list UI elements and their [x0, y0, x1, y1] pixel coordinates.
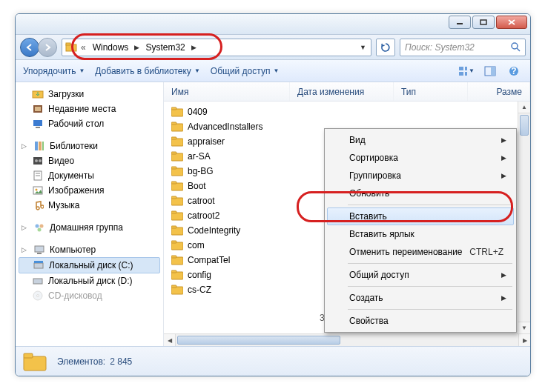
preview-pane-button[interactable]	[481, 64, 499, 79]
help-button[interactable]: ?	[505, 64, 523, 79]
sidebar-desktop[interactable]: Рабочий стол	[19, 116, 160, 131]
nav-bar: « Windows ▶ System32 ▶ ▼ Поиск: System32	[16, 35, 530, 60]
context-separator	[348, 286, 512, 287]
change-view-button[interactable]: ▼	[458, 64, 475, 79]
svg-line-7	[517, 48, 520, 51]
svg-rect-36	[37, 253, 42, 254]
column-headers: Имя Дата изменения Тип Разме	[164, 82, 530, 102]
scrollbar-thumb[interactable]	[177, 336, 340, 345]
chevron-right-icon[interactable]: ▶	[190, 44, 198, 51]
file-name: ar-SA	[188, 151, 211, 162]
breadcrumb-item[interactable]: System32	[142, 41, 188, 54]
folder-icon	[171, 285, 183, 295]
file-name: catroot	[188, 196, 215, 206]
search-icon	[511, 42, 521, 52]
context-view[interactable]: Вид▶	[327, 131, 514, 149]
context-new[interactable]: Создать▶	[327, 289, 514, 307]
column-name[interactable]: Имя	[164, 82, 290, 101]
column-date[interactable]: Дата изменения	[290, 82, 394, 101]
breadcrumb-item[interactable]: Windows	[90, 41, 132, 54]
close-button[interactable]	[496, 16, 527, 29]
nav-back-button[interactable]	[20, 38, 39, 57]
svg-rect-22	[39, 142, 42, 150]
status-bar: Элементов: 2 845	[16, 346, 530, 376]
scroll-left-icon[interactable]: ◀	[164, 334, 176, 346]
svg-rect-43	[171, 107, 176, 110]
add-to-library-menu[interactable]: Добавить в библиотеку▼	[95, 66, 199, 76]
refresh-button[interactable]	[376, 39, 395, 56]
sidebar-documents[interactable]: Документы	[19, 168, 160, 183]
folder-icon	[171, 240, 183, 250]
context-separator	[348, 263, 512, 264]
scroll-up-icon[interactable]: ▲	[518, 102, 530, 113]
horizontal-scrollbar[interactable]: ◀ ▶	[164, 333, 530, 346]
status-items-label: Элементов:	[57, 356, 105, 367]
sidebar-homegroup[interactable]: ▷Домашняя группа	[19, 220, 160, 235]
submenu-arrow-icon: ▶	[501, 294, 506, 302]
sidebar-drive-c[interactable]: Локальный диск (C:)	[19, 257, 160, 273]
share-menu[interactable]: Общий доступ▼	[211, 66, 280, 76]
sidebar-libraries[interactable]: ▷Библиотеки	[19, 139, 160, 153]
scroll-right-icon[interactable]: ▶	[518, 334, 530, 346]
folder-icon	[171, 225, 183, 236]
context-group[interactable]: Группировка▶	[327, 167, 514, 185]
address-bar[interactable]: « Windows ▶ System32 ▶ ▼	[62, 39, 371, 56]
sidebar-pictures[interactable]: Изображения	[19, 183, 160, 198]
search-placeholder: Поиск: System32	[405, 42, 475, 53]
file-name: cs-CZ	[188, 285, 211, 295]
svg-rect-53	[171, 182, 176, 184]
context-undo-rename[interactable]: Отменить переименованиеCTRL+Z	[327, 243, 514, 261]
minimize-button[interactable]	[449, 16, 471, 29]
column-size[interactable]: Разме	[468, 82, 530, 101]
file-name: config	[188, 270, 211, 280]
command-bar: Упорядочить▼ Добавить в библиотеку▼ Общи…	[16, 60, 530, 82]
svg-rect-55	[171, 196, 176, 199]
chevron-right-icon[interactable]: ▶	[133, 44, 141, 51]
music-icon	[32, 199, 44, 211]
submenu-arrow-icon: ▶	[501, 154, 506, 162]
address-dropdown-icon[interactable]: ▼	[358, 44, 368, 51]
svg-rect-45	[171, 122, 176, 124]
svg-point-33	[40, 225, 44, 228]
maximize-button[interactable]	[472, 16, 495, 29]
drive-icon	[32, 275, 44, 287]
sidebar-downloads[interactable]: Загрузки	[19, 87, 160, 102]
documents-icon	[32, 170, 44, 182]
scrollbar-thumb[interactable]	[520, 115, 529, 136]
nav-forward-button[interactable]	[38, 38, 57, 57]
svg-rect-61	[171, 241, 176, 243]
svg-rect-20	[36, 127, 40, 128]
sidebar-recent-places[interactable]: Недавние места	[19, 102, 160, 116]
sidebar-videos[interactable]: Видео	[19, 153, 160, 168]
file-name: AdvancedInstallers	[188, 122, 262, 132]
svg-point-41	[37, 295, 39, 297]
column-type[interactable]: Тип	[394, 82, 468, 101]
context-menu: Вид▶ Сортировка▶ Группировка▶ Обновить В…	[324, 128, 517, 333]
context-sort[interactable]: Сортировка▶	[327, 149, 514, 167]
folder-icon	[171, 107, 183, 117]
scroll-down-icon[interactable]: ▼	[518, 322, 530, 333]
context-share[interactable]: Общий доступ▶	[327, 266, 514, 284]
pictures-icon	[32, 185, 44, 196]
context-separator	[348, 205, 512, 205]
breadcrumb-root[interactable]: «	[79, 42, 88, 53]
svg-rect-9	[465, 67, 467, 70]
search-input[interactable]: Поиск: System32	[400, 39, 526, 56]
file-name: com	[188, 240, 205, 250]
navigation-pane[interactable]: Загрузки Недавние места Рабочий стол ▷Би…	[16, 82, 164, 346]
svg-rect-51	[171, 167, 176, 169]
context-refresh[interactable]: Обновить	[327, 185, 514, 202]
list-item[interactable]: 0409	[164, 104, 530, 119]
title-bar[interactable]	[16, 14, 530, 35]
context-properties[interactable]: Свойства	[327, 312, 514, 330]
svg-rect-59	[171, 226, 176, 228]
sidebar-computer[interactable]: ▷Компьютер	[19, 242, 160, 257]
vertical-scrollbar[interactable]: ▲ ▼	[518, 102, 530, 333]
sidebar-drive-cd[interactable]: CD-дисковод	[19, 288, 160, 303]
file-name: catroot2	[188, 210, 219, 221]
sidebar-drive-d[interactable]: Локальный диск (D:)	[19, 273, 160, 288]
organize-menu[interactable]: Упорядочить▼	[23, 66, 85, 76]
sidebar-music[interactable]: Музыка	[19, 198, 160, 213]
context-paste[interactable]: Вставить	[327, 207, 514, 225]
context-paste-shortcut[interactable]: Вставить ярлык	[327, 225, 514, 243]
